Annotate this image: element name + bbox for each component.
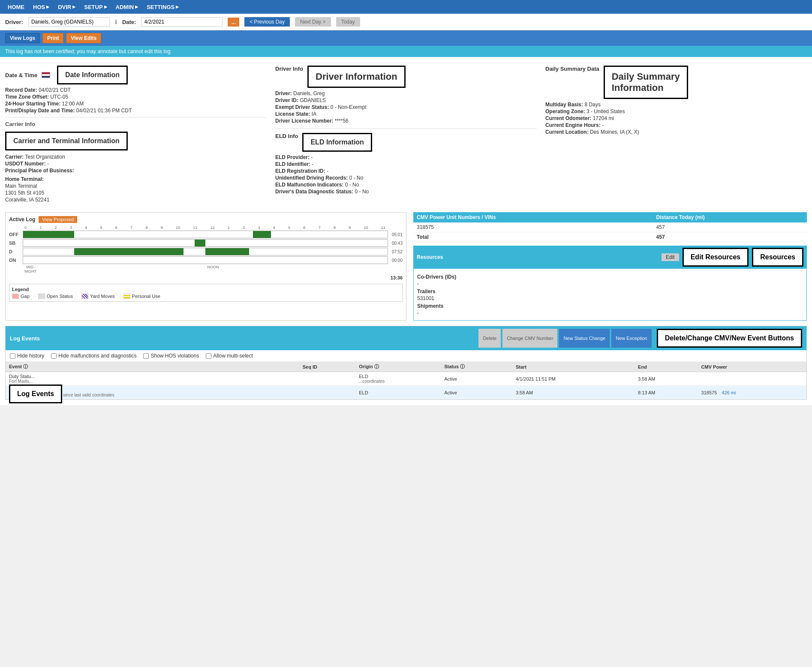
active-log-label: Active Log bbox=[9, 216, 35, 222]
log-events-title: Log Events bbox=[10, 335, 40, 342]
bar-off-1 bbox=[23, 231, 74, 238]
time-label-7: 7 bbox=[130, 225, 132, 230]
delete-button[interactable]: Delete bbox=[478, 329, 501, 348]
row-time-on: 00:00 bbox=[390, 258, 403, 263]
setup-arrow: ▶ bbox=[104, 5, 107, 9]
cmv-header-vin: CMV Power Unit Numbers / VINs bbox=[413, 212, 653, 222]
license-state: License State: IA bbox=[275, 111, 537, 117]
log-event-buttons: Delete Change CMV Number New Status Chan… bbox=[478, 329, 802, 348]
col-origin: Origin ⓘ bbox=[355, 362, 441, 372]
time-label-18: 6 bbox=[303, 225, 305, 230]
bar-d-2 bbox=[205, 248, 249, 255]
hide-malfunctions-checkbox[interactable] bbox=[51, 353, 57, 359]
daily-summary-title: Daily Summary Data bbox=[545, 66, 599, 72]
row-label-off: OFF bbox=[9, 232, 23, 237]
new-status-button[interactable]: New Status Change bbox=[559, 329, 610, 348]
multiday-basis: Multiday Basis: 8 Days bbox=[545, 102, 807, 108]
current-location: Current Location: Des Moines, IA (X, X) bbox=[545, 129, 807, 135]
log-origin-2: ELD bbox=[355, 386, 441, 400]
eld-info-section: ELD Info ELD Information ELD Provider: -… bbox=[275, 133, 537, 195]
filter-hide-malfunctions[interactable]: Hide malfunctions and diagnostics bbox=[51, 353, 136, 359]
filter-multi-select[interactable]: Allow multi-select bbox=[206, 353, 253, 359]
shipments-label: Shipments bbox=[417, 303, 803, 309]
next-day-button[interactable]: Next Day > bbox=[295, 17, 331, 27]
nav-settings[interactable]: SETTINGS ▶ bbox=[142, 0, 183, 14]
time-label-19: 7 bbox=[319, 225, 321, 230]
edit-resources-button[interactable]: Edit bbox=[662, 253, 679, 261]
resources-title: Resources bbox=[417, 254, 443, 260]
col-start: Start bbox=[512, 362, 635, 372]
driver-input[interactable] bbox=[28, 17, 110, 27]
show-violations-checkbox[interactable] bbox=[143, 353, 149, 359]
col-cmv: CMV Power bbox=[698, 362, 806, 372]
distance-link[interactable]: 426 mi bbox=[722, 390, 736, 395]
change-cmv-button[interactable]: Change CMV Number bbox=[502, 329, 557, 348]
time-label-9: 9 bbox=[161, 225, 163, 230]
info-icon[interactable]: ℹ bbox=[115, 18, 117, 25]
record-date: Record Date: 04/02/21 CDT bbox=[5, 87, 267, 93]
filter-hide-history[interactable]: Hide history bbox=[10, 353, 44, 359]
row-time-sb: 00:43 bbox=[390, 241, 403, 246]
today-button[interactable]: Today bbox=[336, 17, 360, 27]
shipments-value: - bbox=[417, 310, 803, 316]
home-terminal-name: Main Terminal bbox=[5, 183, 267, 189]
col-status: Status ⓘ bbox=[441, 362, 512, 372]
print-button[interactable]: Print bbox=[42, 33, 63, 43]
filter-show-violations[interactable]: Show HOS violations bbox=[143, 353, 199, 359]
cmv-row-total: Total 457 bbox=[413, 232, 807, 242]
time-label-0: 0 bbox=[24, 225, 27, 230]
log-origin-1: ELD ...coordinates bbox=[355, 372, 441, 386]
date-input[interactable] bbox=[141, 17, 223, 27]
driver-label: Driver: bbox=[5, 19, 23, 25]
time-label-4: 4 bbox=[85, 225, 87, 230]
cmv-header-distance: Distance Today (mi) bbox=[653, 212, 807, 222]
legend-personal-color bbox=[123, 294, 130, 299]
cmv-dist-total: 457 bbox=[653, 232, 807, 242]
time-label-23: 11 bbox=[381, 225, 385, 230]
legend-yard-label: Yard Moves bbox=[90, 294, 115, 299]
row-label-d: D bbox=[9, 249, 23, 254]
log-cmv-2: 318575 426 mi bbox=[698, 386, 806, 400]
resources-annotation: Resources bbox=[752, 248, 803, 267]
legend-open-label: Open Status bbox=[47, 294, 73, 299]
log-table: Event ⓘ Seq ID Origin ⓘ Status ⓘ Start E… bbox=[6, 362, 806, 400]
row-bar-sb bbox=[23, 239, 388, 247]
multi-select-checkbox[interactable] bbox=[206, 353, 211, 359]
nav-dvir[interactable]: DVIR ▶ bbox=[54, 0, 80, 14]
time-label-22: 10 bbox=[364, 225, 368, 230]
co-drivers-label: Co-Drivers (IDs) bbox=[417, 274, 803, 280]
cmv-vin-1: 318575 bbox=[413, 222, 653, 232]
new-exception-button[interactable]: New Exception bbox=[611, 329, 651, 348]
date-information-annotation: Date & TimeDate Information bbox=[57, 66, 128, 84]
log-end-2: 8:13 AM bbox=[635, 386, 698, 400]
view-edits-button[interactable]: View Edits bbox=[66, 33, 101, 43]
nav-admin[interactable]: ADMIN ▶ bbox=[111, 0, 143, 14]
dvir-arrow: ▶ bbox=[72, 5, 75, 9]
eld-information-annotation: ELD Information bbox=[302, 133, 372, 152]
driver-eld-col: Driver Info Driver Information Driver: D… bbox=[275, 66, 537, 204]
eld-identifier: ELD Identifier: - bbox=[275, 161, 537, 167]
cmv-vin-total: Total bbox=[413, 232, 653, 242]
legend-gap-label: Gap bbox=[21, 294, 30, 299]
driver-bar: Driver: ℹ Date: ... < Previous Day Next … bbox=[0, 14, 812, 30]
time-label-17: 5 bbox=[288, 225, 290, 230]
time-label-1: 1 bbox=[39, 225, 42, 230]
view-logs-button[interactable]: View Logs bbox=[5, 33, 40, 43]
engine-hours: Current Engine Hours: - bbox=[545, 122, 807, 128]
main-content: Date & Time Date & TimeDate Information … bbox=[0, 57, 812, 405]
print-display-time: Print/Display Date and Time: 04/02/21 01… bbox=[5, 108, 267, 114]
cmv-dist-1: 457 bbox=[653, 222, 807, 232]
ppob: Principal Place of Business: bbox=[5, 168, 267, 174]
nav-home[interactable]: HOME bbox=[3, 0, 29, 14]
log-start-1: 4/1/2021 11:51 PM bbox=[512, 372, 635, 386]
view-proposed-button[interactable]: View Proposed bbox=[39, 216, 77, 223]
nav-setup[interactable]: SETUP ▶ bbox=[80, 0, 111, 14]
co-drivers-value: - bbox=[417, 281, 803, 287]
hide-history-checkbox[interactable] bbox=[10, 353, 15, 359]
nav-hos[interactable]: HOS ▶ bbox=[29, 0, 54, 14]
dots-button[interactable]: ... bbox=[228, 18, 239, 27]
legend-yard-color bbox=[81, 294, 88, 299]
hos-arrow: ▶ bbox=[46, 5, 49, 9]
prev-day-button[interactable]: < Previous Day bbox=[244, 17, 290, 27]
home-terminal-label: Home Terminal: bbox=[5, 176, 267, 182]
